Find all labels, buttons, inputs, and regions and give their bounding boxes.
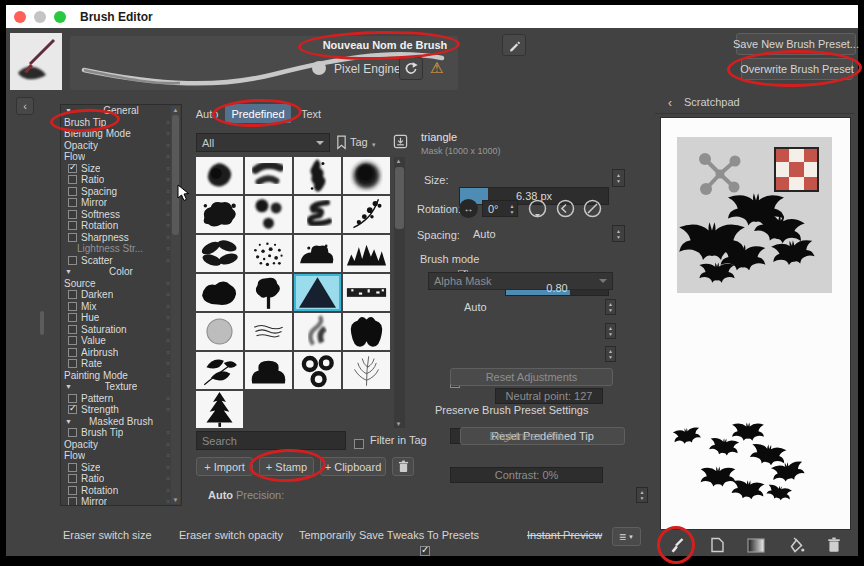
reload-engine-button[interactable] (399, 57, 423, 80)
rename-brush-button[interactable] (502, 34, 526, 56)
options-row-brush-tip[interactable]: Brush Tip≡ (61, 427, 181, 439)
brush-tip-smudge[interactable] (245, 157, 292, 194)
brush-tip-smoke[interactable] (294, 313, 341, 350)
save-new-preset-button[interactable]: Save New Brush Preset... (736, 33, 856, 55)
options-row-lightness-str-[interactable]: Lightness Str...≡ (61, 243, 181, 255)
scroll-up-icon[interactable]: ▲ (171, 107, 180, 113)
options-row-hue[interactable]: Hue≡ (61, 312, 181, 324)
brightness-spinner[interactable]: ▲▼ (605, 323, 616, 339)
options-row-source[interactable]: Source≡ (61, 278, 181, 290)
scratchpad-gray-area[interactable] (677, 137, 832, 293)
brush-tip-lobes[interactable] (343, 313, 390, 350)
option-checkbox[interactable] (68, 486, 77, 495)
options-row-saturation[interactable]: Saturation≡ (61, 324, 181, 336)
brush-tip-smear[interactable] (294, 196, 341, 233)
reset-adjustments-button[interactable]: Reset Adjustments (450, 368, 613, 386)
option-checkbox[interactable] (68, 359, 77, 368)
options-row-mirror[interactable]: Mirror≡ (61, 496, 181, 506)
scratchpad-clear-button[interactable] (824, 535, 844, 555)
delete-tip-button[interactable] (392, 457, 414, 476)
filter-in-tag-checkbox[interactable] (354, 439, 364, 449)
brush-tip-branch[interactable] (343, 196, 390, 233)
options-row-value[interactable]: Value≡ (61, 335, 181, 347)
option-checkbox[interactable] (68, 187, 77, 196)
option-checkbox[interactable] (68, 302, 77, 311)
options-row-sharpness[interactable]: Sharpness≡ (61, 232, 181, 244)
brush-tip-speckle[interactable] (245, 235, 292, 272)
brush-tip-tall-tree[interactable] (245, 274, 292, 311)
option-checkbox[interactable] (68, 210, 77, 219)
option-checkbox[interactable] (68, 290, 77, 299)
options-row-texture[interactable]: ▼Texture (61, 381, 181, 393)
brush-tip-scribble[interactable] (245, 313, 292, 350)
brush-tip-foliage[interactable] (196, 196, 243, 233)
brush-tip-grunge-strip[interactable] (343, 274, 390, 311)
brush-tip-bush[interactable] (294, 235, 341, 272)
rotation-spinner[interactable]: ▲▼ (507, 201, 517, 216)
detach-menu-button[interactable]: ≡▼ (612, 527, 641, 546)
options-row-opacity[interactable]: Opacity≡ (61, 439, 181, 451)
import-tip-button[interactable]: + Import (196, 457, 253, 476)
options-row-scatter[interactable]: Scatter≡ (61, 255, 181, 267)
options-row-flow[interactable]: Flow≡ (61, 151, 181, 163)
brush-tip-round-blob[interactable] (343, 157, 390, 194)
options-row-blending-mode[interactable]: Blending Mode≡ (61, 128, 181, 140)
brush-tip-circle[interactable] (196, 313, 243, 350)
close-window-icon[interactable] (14, 11, 26, 23)
options-row-general[interactable]: ▼General (61, 105, 181, 117)
tag-filter-select[interactable]: All (196, 133, 330, 152)
brush-tip-soft-blob[interactable] (196, 157, 243, 194)
options-row-opacity[interactable]: Opacity≡ (61, 140, 181, 152)
minimize-window-icon[interactable] (34, 11, 46, 23)
brush-tip-triangle[interactable] (294, 274, 341, 311)
option-checkbox[interactable] (68, 164, 77, 173)
options-row-softness[interactable]: Softness≡ (61, 209, 181, 221)
collapse-options-button[interactable]: ‹ (16, 97, 34, 115)
option-checkbox[interactable] (68, 313, 77, 322)
rotation-counterclockwise-button[interactable] (555, 198, 576, 219)
scroll-down-icon[interactable]: ▼ (394, 421, 403, 427)
options-row-darken[interactable]: Darken≡ (61, 289, 181, 301)
tab-auto[interactable]: Auto (191, 104, 223, 123)
rotation-dial[interactable]: ↔ (459, 199, 478, 218)
neutral-point-spinner[interactable]: ▲▼ (605, 299, 616, 315)
options-row-pattern[interactable]: Pattern≡ (61, 393, 181, 405)
rotation-random-button[interactable] (582, 198, 603, 219)
brush-tip-leaf-cluster[interactable] (196, 235, 243, 272)
option-checkbox[interactable] (68, 428, 77, 437)
spacing-spinner[interactable]: ▲▼ (612, 225, 625, 242)
scratchpad-fill-preset-button[interactable] (707, 535, 727, 555)
options-scrollbar[interactable]: ▲ ▼ (171, 106, 180, 504)
scratchpad-fill-gradient-button[interactable] (746, 535, 766, 555)
options-row-ratio[interactable]: Ratio≡ (61, 473, 181, 485)
panel-splitter-handle[interactable] (40, 311, 44, 335)
neutral-point-spinbox[interactable]: Neutral point: 127 (495, 388, 603, 404)
options-row-spacing[interactable]: Spacing≡ (61, 186, 181, 198)
brush-name-label[interactable]: Nouveau Nom de Brush (310, 39, 460, 51)
options-row-rotation[interactable]: Rotation≡ (61, 220, 181, 232)
scratchpad-collapse-button[interactable]: ‹ (662, 95, 678, 111)
brush-tip-treeline[interactable] (343, 235, 390, 272)
option-checkbox[interactable] (68, 474, 77, 483)
option-checkbox[interactable] (68, 394, 77, 403)
option-checkbox[interactable] (68, 325, 77, 334)
options-row-mix[interactable]: Mix≡ (61, 301, 181, 313)
option-checkbox[interactable] (68, 175, 77, 184)
brush-tip-fern[interactable] (343, 352, 390, 389)
options-row-mirror[interactable]: Mirror≡ (61, 197, 181, 209)
size-spinner[interactable]: ▲▼ (612, 169, 625, 187)
contrast-spinbox[interactable]: Contrast: 0% (450, 467, 603, 483)
option-checkbox[interactable] (68, 348, 77, 357)
scratchpad-paint-button[interactable] (666, 535, 686, 555)
contrast-spinner[interactable]: ▲▼ (605, 346, 616, 362)
options-row-ratio[interactable]: Ratio≡ (61, 174, 181, 186)
preserve-settings-checkbox[interactable] (420, 546, 430, 556)
tab-text[interactable]: Text (293, 104, 329, 123)
options-row-size[interactable]: Size≡ (61, 163, 181, 175)
option-checkbox[interactable] (68, 336, 77, 345)
option-checkbox[interactable] (68, 463, 77, 472)
brush-tip-ink-splat[interactable] (294, 157, 341, 194)
options-row-masked-brush[interactable]: ▼Masked Brush (61, 416, 181, 428)
brush-tip-leaves[interactable] (196, 352, 243, 389)
option-checkbox[interactable] (68, 198, 77, 207)
